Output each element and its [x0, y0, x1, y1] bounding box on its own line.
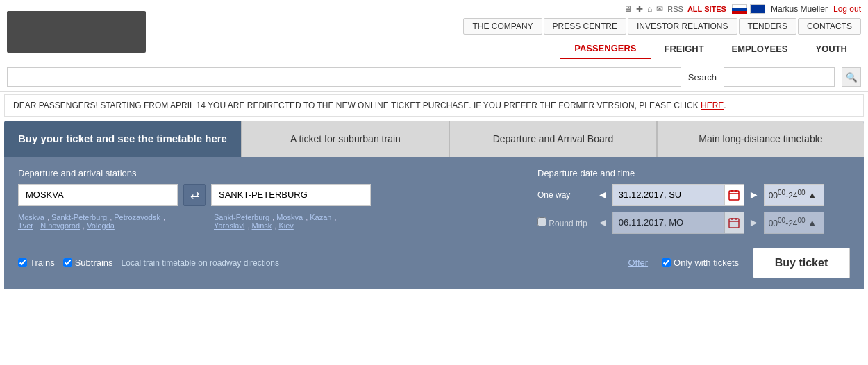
from-station-input[interactable] — [18, 184, 178, 206]
oneway-time-text: 0000-2400 — [769, 189, 806, 201]
cross-icon[interactable]: ✚ — [636, 4, 643, 14]
from-suggestion-vologda[interactable]: Vologda — [87, 221, 115, 230]
to-suggestion-kiev[interactable]: Kiev — [278, 221, 293, 230]
svg-rect-0 — [729, 191, 739, 200]
to-suggestion-moskva[interactable]: Moskva — [276, 213, 303, 221]
nav-employees[interactable]: EMPLOYEES — [718, 40, 802, 58]
language-flags — [732, 4, 765, 14]
logout-link[interactable]: Log out — [833, 4, 861, 14]
notice-text: DEAR PASSENGERS! STARTING FROM APRIL 14 … — [13, 101, 701, 110]
to-suggestion-minsk[interactable]: Minsk — [252, 221, 272, 230]
search-input[interactable] — [724, 67, 835, 87]
only-tickets-label[interactable]: Only with tickets — [662, 257, 739, 268]
calendar-icon — [728, 189, 740, 201]
rss-label: RSS — [667, 5, 683, 13]
roundtrip-calendar-button[interactable] — [724, 212, 744, 233]
datetime-label: Departure date and time — [537, 168, 850, 178]
search-button[interactable]: 🔍 — [842, 67, 861, 87]
nav-tenders[interactable]: TENDERS — [739, 18, 796, 35]
subtrains-checkbox[interactable] — [63, 258, 72, 267]
oneway-date-input[interactable] — [613, 185, 724, 205]
svg-rect-4 — [729, 219, 739, 228]
form-area: Departure and arrival stations ⇄ Moskva,… — [4, 157, 864, 289]
to-suggestion-spb[interactable]: Sankt-Peterburg — [214, 213, 269, 221]
notice-suffix: . — [724, 101, 726, 110]
tab-timetable[interactable]: Main long-distance timetable — [656, 121, 864, 157]
subtrains-checkbox-label[interactable]: Subtrains — [63, 257, 113, 268]
to-suggestion-yaroslavl[interactable]: Yaroslavl — [214, 221, 244, 230]
to-suggestions: Sankt-Peterburg, Moskva, Kazan, Yaroslav… — [214, 213, 337, 230]
nav-press[interactable]: PRESS CENTRE — [544, 18, 626, 35]
home-icon[interactable]: ⌂ — [647, 4, 652, 14]
search-bar: Search 🔍 — [0, 63, 868, 92]
user-name: Markus Mueller — [771, 4, 828, 14]
datetime-section: Departure date and time One way ◄ — [537, 168, 850, 239]
only-tickets-text: Only with tickets — [674, 257, 739, 268]
roundtrip-next-arrow[interactable]: ► — [749, 217, 760, 229]
to-suggestion-kazan[interactable]: Kazan — [310, 213, 331, 221]
tabs-row: Buy your ticket and see the timetable he… — [4, 121, 864, 157]
mail-icon[interactable]: ✉ — [656, 4, 663, 14]
tab-buy[interactable]: Buy your ticket and see the timetable he… — [4, 121, 241, 157]
logo — [7, 11, 146, 53]
only-tickets-checkbox[interactable] — [662, 258, 671, 267]
notice-link[interactable]: HERE — [701, 101, 724, 110]
notice-bar: DEAR PASSENGERS! STARTING FROM APRIL 14 … — [4, 94, 864, 117]
from-suggestion-petro[interactable]: Petrozavodsk — [114, 213, 160, 221]
oneway-label: One way — [537, 190, 593, 200]
oneway-calendar-button[interactable] — [724, 185, 744, 205]
roundtrip-checkbox[interactable] — [537, 217, 546, 226]
roundtrip-time-text: 0000-2400 — [769, 217, 806, 228]
trains-checkbox[interactable] — [18, 258, 27, 267]
roundtrip-date-container — [612, 212, 744, 234]
main-nav: PASSENGERS FREIGHT EMPLOYEES YOUTH — [560, 37, 861, 60]
tab-suburban[interactable]: A ticket for suburban train — [241, 121, 449, 157]
tab-board[interactable]: Departure and Arrival Board — [449, 121, 656, 157]
flag-ru[interactable] — [732, 4, 747, 14]
roundtrip-date-input[interactable] — [613, 212, 724, 233]
top-bar: 🖥 ✚ ⌂ ✉ RSS ALL SITES Markus Mueller Log… — [624, 3, 861, 15]
utility-icons: 🖥 ✚ ⌂ ✉ RSS ALL SITES — [624, 4, 726, 14]
flag-uk[interactable] — [750, 4, 765, 14]
trains-checkbox-label[interactable]: Trains — [18, 257, 55, 268]
roundtrip-label: Round trip — [549, 219, 587, 228]
from-suggestion-moskva[interactable]: Moskva — [18, 213, 44, 221]
roundtrip-time-button[interactable]: ▲ — [806, 217, 819, 228]
monitor-icon[interactable]: 🖥 — [624, 4, 632, 14]
calendar-icon-2 — [728, 217, 740, 228]
roundtrip-time-container: 0000-2400 ▲ — [764, 212, 824, 234]
from-suggestion-tver[interactable]: Tver — [18, 221, 33, 230]
nav-youth[interactable]: YOUTH — [802, 40, 862, 58]
nav-freight[interactable]: FREIGHT — [651, 40, 718, 58]
search-label: Search — [688, 72, 717, 83]
offer-link[interactable]: Offer — [628, 257, 648, 268]
local-timetable-link[interactable]: Local train timetable on roadway directi… — [122, 258, 279, 268]
nav-passengers[interactable]: PASSENGERS — [560, 39, 650, 59]
oneway-next-arrow[interactable]: ► — [749, 189, 760, 201]
buy-ticket-button[interactable]: Buy ticket — [753, 248, 850, 278]
nav-contacts[interactable]: CONTACTS — [798, 18, 861, 35]
nav-investor[interactable]: INVESTOR RELATIONS — [628, 18, 737, 35]
oneway-time-button[interactable]: ▲ — [806, 189, 819, 201]
oneway-prev-arrow[interactable]: ◄ — [597, 189, 608, 201]
nav-company[interactable]: THE COMPANY — [463, 18, 542, 35]
from-suggestion-novgorod[interactable]: N.novgorod — [40, 221, 80, 230]
checkboxes-section: Trains Subtrains Local train timetable o… — [18, 257, 279, 268]
trains-label: Trains — [30, 257, 55, 268]
all-sites-link[interactable]: ALL SITES — [687, 5, 726, 13]
oneway-time-container: 0000-2400 ▲ — [764, 184, 824, 206]
offer-section: Offer Only with tickets Buy ticket — [628, 248, 850, 278]
main-content: Buy your ticket and see the timetable he… — [4, 121, 864, 289]
swap-stations-button[interactable]: ⇄ — [183, 184, 206, 206]
stations-inputs: ⇄ — [18, 184, 524, 206]
main-search-input[interactable] — [7, 67, 681, 87]
stations-label: Departure and arrival stations — [18, 168, 524, 178]
to-station-input[interactable] — [211, 184, 371, 206]
stations-section: Departure and arrival stations ⇄ Moskva,… — [18, 168, 524, 230]
oneway-row: One way ◄ ► — [537, 184, 850, 206]
roundtrip-prev-arrow[interactable]: ◄ — [597, 217, 608, 229]
from-suggestion-spb[interactable]: Sankt-Peterburg — [51, 213, 107, 221]
roundtrip-row: Round trip ◄ — [537, 212, 850, 234]
form-row-bottom: Trains Subtrains Local train timetable o… — [18, 248, 850, 278]
nav-top: THE COMPANY PRESS CENTRE INVESTOR RELATI… — [463, 17, 861, 36]
